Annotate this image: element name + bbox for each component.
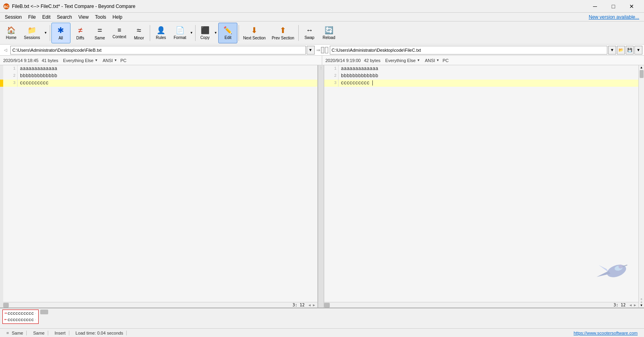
toolbar-all-label: All xyxy=(59,36,63,40)
right-extra-btn[interactable]: ▼ xyxy=(634,46,642,55)
left-charset-dropdown[interactable]: ANSI ▼ xyxy=(101,57,119,64)
menu-search[interactable]: Search xyxy=(54,14,75,21)
toolbar-next-section-button[interactable]: ⬇ Next Section xyxy=(240,23,268,43)
left-linetext-3: cccccccccc xyxy=(18,80,317,87)
left-charset: ANSI xyxy=(103,58,113,63)
status-left: = Same xyxy=(3,331,27,335)
left-linenum-2: 2 xyxy=(3,72,18,80)
main-area: 1 aaaaaaaaaaaaa 2 bbbbbbbbbbbbb 3 cccccc… xyxy=(0,65,644,337)
gutter-empty xyxy=(0,87,3,308)
right-hscroll-thumb[interactable] xyxy=(324,303,330,308)
vscroll-down[interactable]: ▼ xyxy=(640,304,643,307)
left-pane-scroll[interactable]: 1 aaaaaaaaaaaaa 2 bbbbbbbbbbbbb 3 cccccc… xyxy=(3,65,317,302)
right-path-input[interactable] xyxy=(330,46,608,55)
toolbar-prev-section-button[interactable]: ⬆ Prev Section xyxy=(269,23,297,43)
toolbar-copy-label: Copy xyxy=(200,35,209,40)
status-url: https://www.scootersoftware.com xyxy=(570,331,641,335)
rules-icon: 👤 xyxy=(157,26,165,35)
preview-hscroll xyxy=(40,310,642,314)
format-dropdown-arrow[interactable]: ▼ xyxy=(189,23,194,43)
right-vscroll[interactable]: ▲ ○ ○ ▼ xyxy=(638,65,644,308)
toolbar-diffs-button[interactable]: ≠ Diffs xyxy=(71,23,90,43)
reload-icon: 🔄 xyxy=(325,26,333,35)
svg-point-6 xyxy=(619,265,622,269)
left-nav-markers: ◄ ► xyxy=(308,303,316,307)
right-timestamp: 2020/9/14 9:19:00 xyxy=(325,58,361,63)
left-encoding-dropdown[interactable]: Everything Else ▼ xyxy=(61,57,99,64)
left-change-gutter xyxy=(0,65,3,308)
left-encoding: Everything Else xyxy=(63,58,93,63)
left-path-input[interactable] xyxy=(10,46,306,55)
toolbar-next-section-label: Next Section xyxy=(243,36,266,40)
left-line-2: 2 bbbbbbbbbbbbb xyxy=(3,72,317,80)
new-version-link[interactable]: New version available... xyxy=(589,14,642,20)
vscroll-thumb[interactable] xyxy=(640,70,644,78)
preview-arrow-1: ⇒ xyxy=(4,310,7,317)
toolbar-format-label: Format xyxy=(174,35,186,40)
toolbar-edit-button[interactable]: ✏️ Edit xyxy=(218,23,237,43)
text-cursor xyxy=(372,80,373,86)
sessions-dropdown-arrow[interactable]: ▼ xyxy=(43,23,49,43)
menu-file[interactable]: File xyxy=(25,14,39,21)
app-window: BC FileB.txt <--> FileC.txt* - Text Comp… xyxy=(0,0,644,337)
center-splitter[interactable]: ⋮ xyxy=(318,65,324,308)
right-open-folder[interactable]: 📂 xyxy=(617,46,625,55)
bird-watermark xyxy=(595,257,630,294)
right-charset-dropdown[interactable]: ANSI ▼ xyxy=(423,57,441,64)
menu-session[interactable]: Session xyxy=(2,14,25,21)
minor-icon: ≈ xyxy=(137,26,141,35)
copy-dropdown-arrow[interactable]: ▼ xyxy=(213,23,218,43)
app-icon: BC xyxy=(3,3,10,10)
toolbar-format-button[interactable]: 📄 Format xyxy=(171,23,189,43)
toolbar-minor-button[interactable]: ≈ Minor xyxy=(129,23,149,43)
separator-5 xyxy=(298,25,299,41)
right-path-dropdown[interactable]: ▼ xyxy=(608,46,616,55)
title-bar-controls: ─ □ ✕ xyxy=(586,0,641,13)
left-linenum-3: 3 xyxy=(3,80,18,87)
maximize-button[interactable]: □ xyxy=(604,0,622,13)
toolbar-reload-button[interactable]: 🔄 Reload xyxy=(319,23,339,43)
menu-bar: Session File Edit Search View Tools Help… xyxy=(0,13,644,21)
left-path-dropdown[interactable]: ▼ xyxy=(307,46,315,55)
preview-scroll-thumb[interactable] xyxy=(40,310,48,314)
close-button[interactable]: ✕ xyxy=(622,0,641,13)
left-line-1: 1 aaaaaaaaaaaaa xyxy=(3,65,317,72)
right-line-3: 3 cccccccccc xyxy=(324,80,638,87)
right-linetext-1: aaaaaaaaaaaaa xyxy=(339,65,638,72)
left-hscroll-thumb[interactable] xyxy=(3,303,9,308)
toolbar-edit-label: Edit xyxy=(225,35,231,40)
toolbar-sessions-button[interactable]: 📁 Sessions xyxy=(21,23,43,43)
toolbar-all-button[interactable]: ✱ All xyxy=(51,23,70,43)
vscroll-pip2[interactable]: ○ xyxy=(640,301,642,304)
minimize-button[interactable]: ─ xyxy=(586,0,604,13)
sync-arrow: ⇒ xyxy=(316,47,320,53)
left-linetext-2: bbbbbbbbbbbbb xyxy=(18,72,317,80)
right-save-btn[interactable]: 💾 xyxy=(626,46,634,55)
toolbar-context-button[interactable]: ≡ Context xyxy=(110,23,129,43)
status-left-text: Same xyxy=(12,331,23,335)
menu-view[interactable]: View xyxy=(75,14,92,21)
right-position: 3: 12 xyxy=(612,303,627,307)
toolbar-rules-button[interactable]: 👤 Rules xyxy=(151,23,170,43)
left-empty-space xyxy=(3,87,317,246)
vscroll-up[interactable]: ▲ xyxy=(640,66,643,69)
bottom-preview-area: ⇒ cccccccccc · ⇐ cccccccccc · xyxy=(0,308,644,328)
gutter-line-2 xyxy=(0,72,3,80)
title-bar-left: BC FileB.txt <--> FileC.txt* - Text Comp… xyxy=(3,3,135,10)
right-encoding-dropdown[interactable]: Everything Else ▼ xyxy=(384,57,421,64)
toolbar-same-button[interactable]: = Same xyxy=(90,23,110,43)
toolbar-same-label: Same xyxy=(94,36,105,40)
right-pane-scroll[interactable]: 1 aaaaaaaaaaaaa 2 bbbbbbbbbbbbb 3 cccccc… xyxy=(324,65,638,302)
menu-edit[interactable]: Edit xyxy=(39,14,54,21)
toolbar-sessions-label: Sessions xyxy=(24,35,40,40)
preview-arrow-2: ⇐ xyxy=(4,317,7,323)
preview-dot-2: · xyxy=(35,317,37,323)
menu-help[interactable]: Help xyxy=(110,14,126,21)
svg-point-2 xyxy=(605,262,628,279)
toolbar-swap-button[interactable]: ↔ Swap xyxy=(300,23,319,43)
right-hscroll: 3: 12 ◄ ► xyxy=(324,302,638,308)
vscroll-pip1[interactable]: ○ xyxy=(640,298,642,300)
toolbar-home-button[interactable]: 🏠 Home xyxy=(2,23,21,43)
menu-tools[interactable]: Tools xyxy=(92,14,110,21)
toolbar-copy-button[interactable]: ⬛ Copy xyxy=(197,23,213,43)
